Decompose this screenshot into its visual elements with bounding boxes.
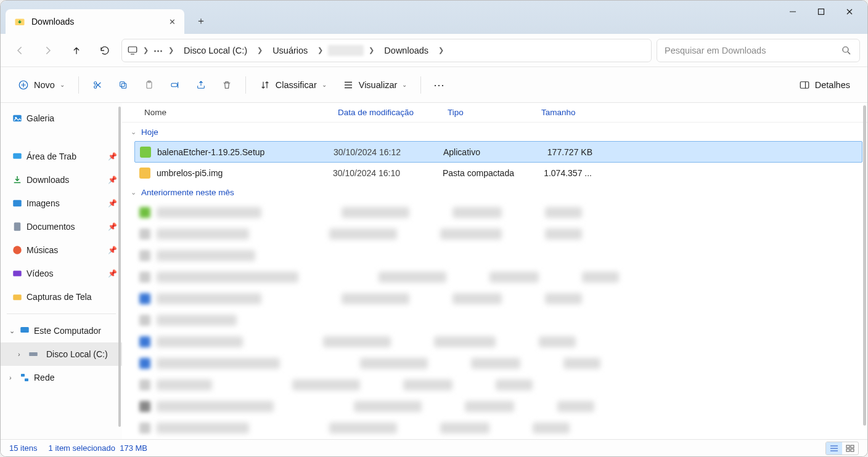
cut-button[interactable]	[86, 73, 108, 97]
file-row-redacted[interactable]	[122, 374, 867, 396]
forward-button[interactable]	[36, 39, 60, 62]
chevron-down-icon: ⌄	[402, 81, 407, 88]
svg-rect-16	[121, 83, 126, 88]
chevron-right-icon[interactable]: ❯	[315, 46, 326, 54]
copy-button[interactable]	[112, 73, 134, 97]
chevron-down-icon: ⌄	[60, 81, 65, 88]
sidebar-item-downloads[interactable]: Downloads 📌	[1, 168, 122, 192]
share-button[interactable]	[190, 73, 212, 97]
sort-button[interactable]: Classificar ⌄	[253, 73, 333, 97]
sidebar-item-network[interactable]: › Rede	[1, 366, 122, 389]
search-input[interactable]	[665, 46, 836, 55]
breadcrumb-segment[interactable]: Usuários	[268, 46, 313, 55]
scrollbar[interactable]	[863, 105, 866, 426]
file-date: 30/10/2024 16:10	[333, 168, 443, 178]
up-button[interactable]	[65, 39, 88, 62]
chevron-right-icon[interactable]: ›	[18, 350, 20, 358]
breadcrumb-overflow[interactable]: ⋯	[154, 46, 163, 55]
svg-rect-33	[13, 271, 22, 277]
file-row[interactable]: umbrelos-pi5.img 30/10/2024 16:10 Pasta …	[122, 163, 867, 184]
sidebar-item-label: Área de Trab	[27, 152, 76, 161]
scrollbar[interactable]	[118, 107, 121, 427]
chevron-right-icon[interactable]: ❯	[366, 46, 377, 54]
zip-icon	[139, 168, 150, 179]
navigation-pane: Galeria Área de Trab 📌 Downloads 📌 Image…	[1, 103, 122, 439]
chevron-right-icon[interactable]: ❯	[436, 46, 446, 54]
sort-label: Classificar	[276, 80, 317, 90]
column-header-type[interactable]: Tipo	[443, 108, 536, 117]
sidebar-item-desktop[interactable]: Área de Trab 📌	[1, 145, 122, 168]
pin-icon: 📌	[108, 199, 117, 208]
file-row-redacted[interactable]	[122, 353, 867, 374]
svg-rect-5	[128, 47, 137, 52]
sidebar-item-videos[interactable]: Vídeos 📌	[1, 262, 122, 285]
back-button[interactable]	[8, 39, 31, 62]
sidebar-item-music[interactable]: Músicas 📌	[1, 238, 122, 262]
folder-icon	[12, 291, 23, 302]
rename-button[interactable]	[164, 73, 186, 97]
chevron-down-icon: ⌄	[131, 188, 136, 196]
file-row-redacted[interactable]	[122, 245, 867, 267]
breadcrumb-segment[interactable]: Disco Local (C:)	[179, 46, 252, 55]
column-header-name[interactable]: Nome	[139, 108, 333, 117]
paste-button[interactable]	[138, 73, 160, 97]
breadcrumb-segment-redacted[interactable]	[328, 45, 364, 56]
new-tab-button[interactable]: ＋	[190, 10, 211, 31]
search-icon[interactable]	[841, 45, 852, 56]
chevron-right-icon[interactable]: ›	[9, 374, 12, 381]
svg-rect-34	[13, 294, 22, 300]
chevron-down-icon: ⌄	[131, 128, 136, 136]
breadcrumb-segment[interactable]: Downloads	[379, 46, 433, 55]
svg-line-8	[848, 52, 850, 54]
tab-close-icon[interactable]: ✕	[169, 17, 176, 26]
sidebar-item-drive-c[interactable]: › Disco Local (C:)	[1, 342, 122, 366]
chevron-right-icon[interactable]: ❯	[166, 46, 176, 54]
thumbnails-view-button[interactable]	[842, 442, 858, 455]
chevron-right-icon[interactable]: ❯	[141, 46, 151, 54]
desktop-icon	[12, 151, 23, 162]
svg-rect-45	[851, 449, 854, 451]
chevron-down-icon[interactable]: ⌄	[9, 327, 15, 335]
file-row-redacted[interactable]	[122, 267, 867, 288]
details-button[interactable]: Detalhes	[793, 73, 856, 97]
delete-button[interactable]	[216, 73, 238, 97]
column-header-size[interactable]: Tamanho	[536, 108, 592, 117]
network-icon	[19, 372, 30, 383]
svg-rect-44	[846, 449, 850, 451]
file-row-redacted[interactable]	[122, 288, 867, 310]
window-maximize-button[interactable]	[807, 1, 835, 23]
file-row-redacted[interactable]	[122, 310, 867, 331]
file-row-redacted[interactable]	[122, 396, 867, 418]
file-row-redacted[interactable]	[122, 418, 867, 439]
search-box[interactable]	[657, 39, 860, 62]
sidebar-item-screenshots[interactable]: Capturas de Tela	[1, 285, 122, 309]
sidebar-item-this-pc[interactable]: ⌄ Este Computador	[1, 319, 122, 342]
scissors-icon	[92, 79, 102, 91]
tab-downloads[interactable]: Downloads ✕	[6, 9, 184, 34]
refresh-button[interactable]	[93, 39, 117, 62]
column-header-date[interactable]: Data de modificação	[333, 108, 443, 117]
details-pane-icon	[799, 79, 810, 91]
svg-rect-36	[29, 352, 38, 356]
more-button[interactable]: ⋯	[428, 73, 451, 97]
view-button[interactable]: Visualizar ⌄	[337, 73, 414, 97]
file-row-redacted[interactable]	[122, 202, 867, 224]
file-row[interactable]: balenaEtcher-1.19.25.Setup 30/10/2024 16…	[134, 141, 862, 162]
sidebar-item-documents[interactable]: Documentos 📌	[1, 215, 122, 238]
file-row-redacted[interactable]	[122, 331, 867, 353]
address-bar[interactable]: ❯ ⋯ ❯ Disco Local (C:) ❯ Usuários ❯ ❯ Do…	[121, 39, 652, 62]
images-icon	[12, 198, 23, 209]
sidebar-item-label: Este Computador	[34, 326, 101, 336]
sidebar-item-gallery[interactable]: Galeria	[1, 107, 122, 130]
window-close-button[interactable]	[835, 1, 864, 23]
details-view-button[interactable]	[826, 442, 842, 455]
group-today[interactable]: ⌄ Hoje	[122, 123, 867, 141]
sidebar-item-images[interactable]: Imagens 📌	[1, 192, 122, 215]
window-minimize-button[interactable]	[779, 1, 807, 23]
new-button[interactable]: Novo ⌄	[12, 73, 71, 97]
copy-icon	[118, 79, 128, 91]
file-row-redacted[interactable]	[122, 224, 867, 245]
chevron-right-icon[interactable]: ❯	[255, 46, 265, 54]
group-earlier[interactable]: ⌄ Anteriormente neste mês	[122, 184, 867, 202]
chevron-down-icon: ⌄	[322, 81, 327, 88]
